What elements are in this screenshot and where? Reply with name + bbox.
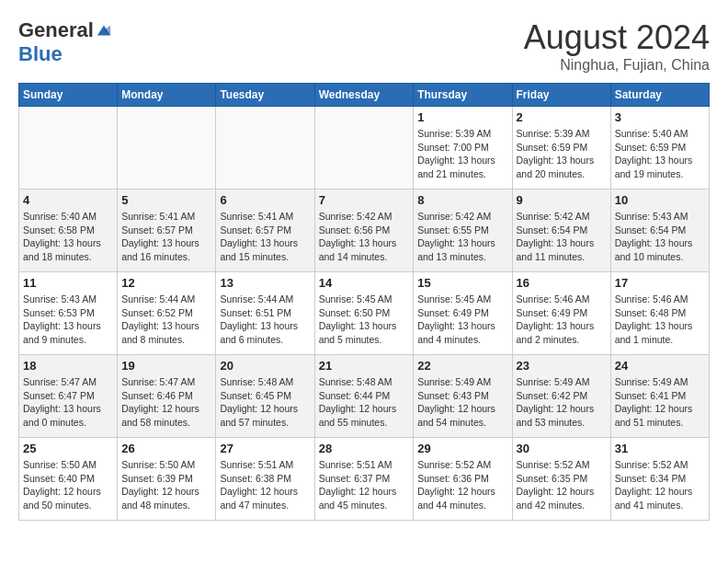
day-number: 3 [615,110,705,124]
weekday-header-monday: Monday [118,84,216,107]
day-info: Sunrise: 5:52 AMSunset: 6:35 PMDaylight:… [517,458,607,512]
day-cell-15: 15Sunrise: 5:45 AMSunset: 6:49 PMDayligh… [414,272,512,355]
day-cell-19: 19Sunrise: 5:47 AMSunset: 6:46 PMDayligh… [118,355,216,438]
day-info: Sunrise: 5:50 AMSunset: 6:39 PMDaylight:… [121,458,211,512]
calendar: SundayMondayTuesdayWednesdayThursdayFrid… [18,83,710,521]
day-cell-6: 6Sunrise: 5:41 AMSunset: 6:57 PMDaylight… [216,190,314,272]
day-cell-24: 24Sunrise: 5:49 AMSunset: 6:41 PMDayligh… [610,355,709,438]
day-cell-17: 17Sunrise: 5:46 AMSunset: 6:48 PMDayligh… [610,272,709,355]
day-number: 20 [220,359,310,373]
logo: General Blue [18,18,112,66]
day-number: 11 [23,276,113,290]
empty-cell [314,107,414,190]
week-row-4: 18Sunrise: 5:47 AMSunset: 6:47 PMDayligh… [19,355,710,438]
day-number: 12 [121,276,211,290]
location: Ninghua, Fujian, China [524,57,710,74]
day-cell-23: 23Sunrise: 5:49 AMSunset: 6:42 PMDayligh… [512,355,610,438]
day-number: 30 [517,442,607,455]
weekday-header-sunday: Sunday [19,84,118,107]
day-info: Sunrise: 5:41 AMSunset: 6:57 PMDaylight:… [121,210,211,264]
logo-icon [96,22,112,39]
day-info: Sunrise: 5:47 AMSunset: 6:47 PMDaylight:… [23,375,113,430]
day-cell-22: 22Sunrise: 5:49 AMSunset: 6:43 PMDayligh… [414,355,512,438]
day-info: Sunrise: 5:40 AMSunset: 6:58 PMDaylight:… [23,210,113,264]
day-cell-2: 2Sunrise: 5:39 AMSunset: 6:59 PMDaylight… [512,107,610,190]
weekday-header-thursday: Thursday [414,84,512,107]
day-number: 22 [417,359,507,373]
day-info: Sunrise: 5:46 AMSunset: 6:48 PMDaylight:… [615,293,705,347]
day-number: 8 [417,193,507,207]
day-info: Sunrise: 5:43 AMSunset: 6:53 PMDaylight:… [23,293,113,347]
day-number: 21 [319,359,410,373]
day-cell-30: 30Sunrise: 5:52 AMSunset: 6:35 PMDayligh… [512,438,610,521]
week-row-3: 11Sunrise: 5:43 AMSunset: 6:53 PMDayligh… [19,272,710,355]
day-number: 27 [220,442,310,455]
day-cell-4: 4Sunrise: 5:40 AMSunset: 6:58 PMDaylight… [19,190,118,272]
day-info: Sunrise: 5:45 AMSunset: 6:50 PMDaylight:… [319,293,410,347]
day-number: 4 [23,193,113,207]
day-info: Sunrise: 5:42 AMSunset: 6:55 PMDaylight:… [417,210,507,264]
day-number: 19 [121,359,211,373]
day-number: 10 [615,193,705,207]
day-info: Sunrise: 5:50 AMSunset: 6:40 PMDaylight:… [23,458,113,512]
day-info: Sunrise: 5:51 AMSunset: 6:38 PMDaylight:… [220,458,310,512]
month-title: August 2024 [524,18,710,57]
day-cell-20: 20Sunrise: 5:48 AMSunset: 6:45 PMDayligh… [216,355,314,438]
day-cell-3: 3Sunrise: 5:40 AMSunset: 6:59 PMDaylight… [610,107,709,190]
day-cell-9: 9Sunrise: 5:42 AMSunset: 6:54 PMDaylight… [512,190,610,272]
day-info: Sunrise: 5:51 AMSunset: 6:37 PMDaylight:… [319,458,410,512]
day-info: Sunrise: 5:49 AMSunset: 6:43 PMDaylight:… [417,375,507,430]
day-cell-12: 12Sunrise: 5:44 AMSunset: 6:52 PMDayligh… [118,272,216,355]
day-cell-1: 1Sunrise: 5:39 AMSunset: 7:00 PMDaylight… [414,107,512,190]
day-number: 25 [23,442,113,455]
empty-cell [19,107,118,190]
day-number: 1 [417,110,507,124]
day-info: Sunrise: 5:45 AMSunset: 6:49 PMDaylight:… [417,293,507,347]
day-number: 9 [517,193,607,207]
day-number: 2 [517,110,607,124]
weekday-header-friday: Friday [512,84,610,107]
day-cell-29: 29Sunrise: 5:52 AMSunset: 6:36 PMDayligh… [414,438,512,521]
day-info: Sunrise: 5:47 AMSunset: 6:46 PMDaylight:… [121,375,211,430]
day-cell-11: 11Sunrise: 5:43 AMSunset: 6:53 PMDayligh… [19,272,118,355]
day-info: Sunrise: 5:39 AMSunset: 7:00 PMDaylight:… [417,127,507,181]
day-info: Sunrise: 5:52 AMSunset: 6:36 PMDaylight:… [417,458,507,512]
week-row-1: 1Sunrise: 5:39 AMSunset: 7:00 PMDaylight… [19,107,710,190]
day-cell-26: 26Sunrise: 5:50 AMSunset: 6:39 PMDayligh… [118,438,216,521]
day-info: Sunrise: 5:42 AMSunset: 6:54 PMDaylight:… [517,210,607,264]
day-number: 7 [319,193,410,207]
weekday-header-saturday: Saturday [610,84,709,107]
day-info: Sunrise: 5:49 AMSunset: 6:41 PMDaylight:… [615,375,705,430]
day-cell-7: 7Sunrise: 5:42 AMSunset: 6:56 PMDaylight… [314,190,414,272]
day-number: 24 [615,359,705,373]
day-info: Sunrise: 5:46 AMSunset: 6:49 PMDaylight:… [517,293,607,347]
day-number: 31 [615,442,705,455]
day-number: 14 [319,276,410,290]
day-info: Sunrise: 5:52 AMSunset: 6:34 PMDaylight:… [615,458,705,512]
day-number: 18 [23,359,113,373]
day-info: Sunrise: 5:44 AMSunset: 6:51 PMDaylight:… [220,293,310,347]
week-row-5: 25Sunrise: 5:50 AMSunset: 6:40 PMDayligh… [19,438,710,521]
day-cell-13: 13Sunrise: 5:44 AMSunset: 6:51 PMDayligh… [216,272,314,355]
day-info: Sunrise: 5:48 AMSunset: 6:45 PMDaylight:… [220,375,310,430]
day-cell-28: 28Sunrise: 5:51 AMSunset: 6:37 PMDayligh… [314,438,414,521]
title-block: August 2024 Ninghua, Fujian, China [524,18,710,74]
day-cell-10: 10Sunrise: 5:43 AMSunset: 6:54 PMDayligh… [610,190,709,272]
day-cell-16: 16Sunrise: 5:46 AMSunset: 6:49 PMDayligh… [512,272,610,355]
day-number: 26 [121,442,211,455]
day-cell-25: 25Sunrise: 5:50 AMSunset: 6:40 PMDayligh… [19,438,118,521]
week-row-2: 4Sunrise: 5:40 AMSunset: 6:58 PMDaylight… [19,190,710,272]
page-header: General Blue August 2024 Ninghua, Fujian… [18,18,710,74]
weekday-header-row: SundayMondayTuesdayWednesdayThursdayFrid… [19,84,710,107]
day-number: 13 [220,276,310,290]
empty-cell [216,107,314,190]
day-cell-8: 8Sunrise: 5:42 AMSunset: 6:55 PMDaylight… [414,190,512,272]
day-info: Sunrise: 5:48 AMSunset: 6:44 PMDaylight:… [319,375,410,430]
day-number: 15 [417,276,507,290]
day-cell-31: 31Sunrise: 5:52 AMSunset: 6:34 PMDayligh… [610,438,709,521]
day-info: Sunrise: 5:44 AMSunset: 6:52 PMDaylight:… [121,293,211,347]
weekday-header-wednesday: Wednesday [314,84,414,107]
day-info: Sunrise: 5:49 AMSunset: 6:42 PMDaylight:… [517,375,607,430]
day-number: 17 [615,276,705,290]
day-cell-5: 5Sunrise: 5:41 AMSunset: 6:57 PMDaylight… [118,190,216,272]
